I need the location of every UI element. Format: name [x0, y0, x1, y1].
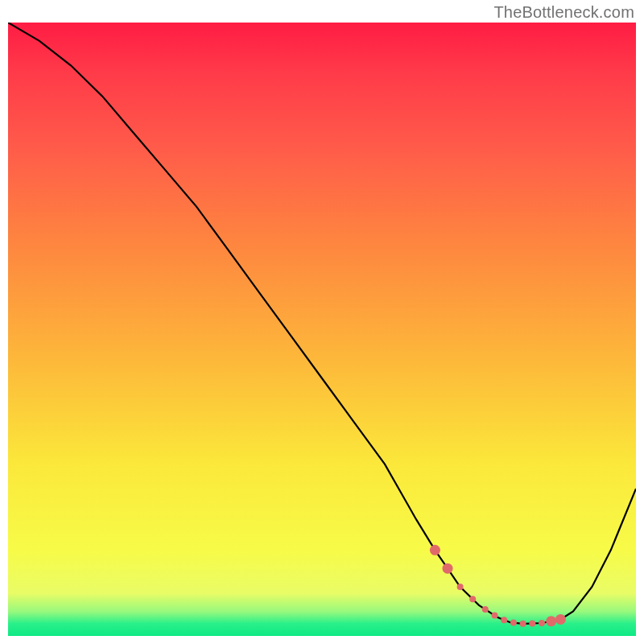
optimum-marker	[539, 620, 545, 626]
optimum-marker	[482, 606, 489, 613]
optimum-marker	[457, 584, 464, 590]
bottleneck-curve	[8, 23, 636, 627]
optimum-marker	[469, 596, 476, 602]
optimum-marker	[501, 617, 507, 623]
attribution-text: TheBottleneck.com	[493, 3, 634, 22]
chart-svg	[8, 23, 636, 636]
curve-line	[8, 23, 636, 624]
optimum-marker	[492, 613, 498, 619]
optimum-marker	[546, 616, 556, 626]
optimum-marker	[430, 545, 440, 555]
optimum-marker	[443, 564, 453, 574]
optimum-marker	[520, 621, 526, 627]
bottleneck-chart: TheBottleneck.com	[0, 0, 644, 644]
optimum-marker	[555, 614, 566, 625]
optimum-marker	[529, 620, 535, 626]
optimum-marker	[510, 620, 517, 626]
plot-area	[8, 23, 636, 636]
optimum-markers	[430, 545, 566, 627]
